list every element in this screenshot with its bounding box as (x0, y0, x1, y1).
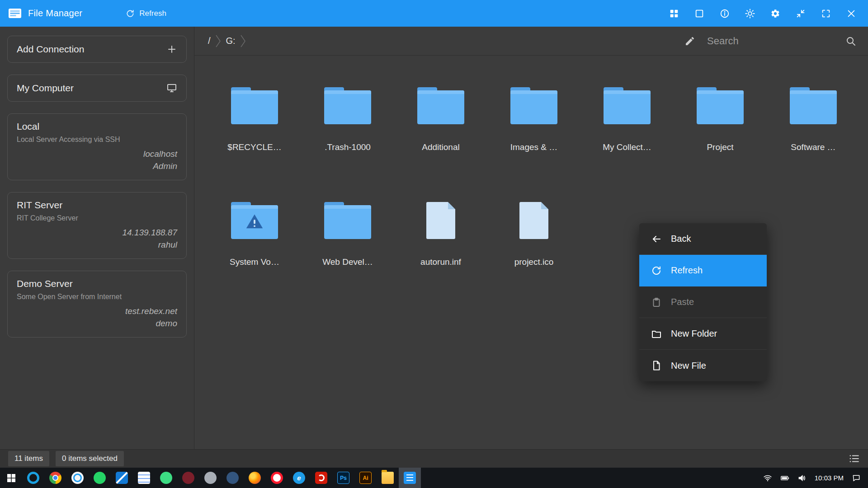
context-menu-new-folder[interactable]: New Folder (639, 318, 767, 350)
refresh-icon (126, 9, 135, 18)
taskbar-app-opera[interactable] (266, 468, 288, 488)
file-item[interactable]: .Trash-1000 (301, 87, 394, 152)
refresh-button[interactable]: Refresh (126, 9, 166, 18)
taskbar-app-photoshop[interactable]: Ps (332, 468, 354, 488)
list-view-icon[interactable] (848, 453, 860, 465)
folder-icon (604, 87, 651, 124)
file-item[interactable]: Additional (394, 87, 487, 152)
connection-card-demo-server[interactable]: Demo Server Some Open Server from Intern… (7, 271, 187, 338)
fullscreen-button[interactable] (821, 9, 831, 19)
opera-icon (271, 472, 283, 484)
pathbar: / G: (194, 27, 868, 56)
connection-card-local[interactable]: Local Local Server Accessing via SSH loc… (7, 113, 187, 180)
start-button[interactable] (0, 468, 22, 488)
firefox-icon (249, 472, 261, 484)
main-panel: / G: $RECYCLE… .Trash-1000 (194, 27, 868, 449)
folder-icon (697, 87, 744, 124)
content-area: Add Connection My Computer Local Local S… (0, 27, 868, 449)
file-item[interactable]: Images & … (487, 87, 580, 152)
file-item[interactable]: Project (674, 87, 767, 152)
topbar-actions (669, 9, 856, 19)
taskbar-app-notes[interactable] (133, 468, 155, 488)
menu-item-label: Refresh (671, 265, 703, 276)
search-input[interactable] (707, 35, 834, 47)
context-menu-new-file[interactable]: New File (639, 350, 767, 381)
taskbar-app-firefox[interactable] (244, 468, 266, 488)
my-computer-button[interactable]: My Computer (7, 75, 187, 102)
connection-description: RIT College Server (17, 214, 177, 222)
taskbar-app-file-explorer[interactable] (377, 468, 399, 488)
theme-toggle-button[interactable] (745, 9, 755, 19)
context-menu-back[interactable]: Back (639, 223, 767, 255)
taskbar-app-android[interactable] (155, 468, 177, 488)
info-button[interactable] (720, 9, 730, 19)
context-menu: Back Refresh Paste New Folder New File (639, 223, 767, 381)
file-outline-icon (651, 360, 662, 371)
context-menu-paste[interactable]: Paste (639, 286, 767, 318)
taskbar-app-chrome[interactable] (44, 468, 66, 488)
taskbar-app-cortana[interactable] (22, 468, 44, 488)
cortana-icon (27, 472, 39, 484)
info-icon (720, 9, 730, 19)
battery-icon[interactable] (780, 474, 789, 483)
refresh-icon (651, 265, 662, 276)
taskbar-app-messenger[interactable] (89, 468, 111, 488)
breadcrumb-root[interactable]: / (204, 36, 214, 46)
my-computer-label: My Computer (17, 83, 74, 94)
file-name: Images & … (510, 142, 558, 152)
connection-name: Local (17, 121, 177, 132)
path-tools (684, 35, 856, 47)
file-item[interactable]: Software … (767, 87, 860, 152)
folder-icon (324, 202, 371, 239)
select-region-button[interactable] (694, 9, 704, 19)
volume-icon[interactable] (797, 474, 807, 483)
close-button[interactable] (846, 9, 856, 19)
connection-card-rit-server[interactable]: RIT Server RIT College Server 14.139.188… (7, 192, 187, 259)
taskbar-app-gray[interactable] (199, 468, 222, 488)
menu-item-label: New Folder (671, 328, 717, 339)
collapse-button[interactable] (796, 9, 806, 19)
file-explorer-icon (382, 472, 394, 484)
fullscreen-icon (821, 9, 831, 19)
taskbar-app-darkblue[interactable] (222, 468, 244, 488)
file-item[interactable]: My Collect… (580, 87, 674, 152)
file-item[interactable]: $RECYCLE… (208, 87, 301, 152)
file-item[interactable]: project.ico (487, 202, 580, 267)
file-name: $RECYCLE… (227, 142, 281, 152)
taskbar-app-acrobat[interactable] (310, 468, 332, 488)
add-connection-button[interactable]: Add Connection (7, 36, 187, 63)
file-manager-window: File Manager Refresh Add Connection My C… (0, 0, 868, 488)
apps-grid-button[interactable] (669, 9, 679, 19)
connection-description: Some Open Server from Internet (17, 293, 177, 301)
connection-details: test.rebex.net demo (17, 305, 177, 330)
gray-app-icon (204, 472, 217, 484)
taskbar-app-file-manager[interactable] (399, 468, 421, 488)
taskbar-app-safari[interactable] (66, 468, 89, 488)
vscode-icon (116, 472, 128, 484)
chevron-right-icon (214, 34, 222, 48)
file-name: Software … (791, 142, 835, 152)
connection-name: RIT Server (17, 200, 177, 211)
edit-path-button[interactable] (684, 36, 695, 47)
chrome-icon (49, 472, 61, 484)
file-item[interactable]: autorun.inf (394, 202, 487, 267)
taskbar-app-internet-explorer[interactable]: e (288, 468, 310, 488)
wifi-icon[interactable] (763, 474, 772, 483)
taskbar-app-vscode[interactable] (111, 468, 133, 488)
context-menu-refresh[interactable]: Refresh (639, 255, 767, 286)
connection-details: 14.139.188.87 rahul (17, 227, 177, 251)
plus-icon (166, 44, 177, 55)
file-item[interactable]: System Vo… (208, 202, 301, 267)
settings-button[interactable] (770, 9, 780, 19)
file-item[interactable]: Web Devel… (301, 202, 394, 267)
action-center-icon[interactable] (852, 474, 861, 483)
clock[interactable]: 10:03 PM (815, 474, 844, 482)
arrow-left-icon (651, 234, 662, 244)
monitor-icon (166, 83, 177, 94)
taskbar-app-maroon[interactable] (177, 468, 199, 488)
sidebar: Add Connection My Computer Local Local S… (0, 27, 194, 449)
search-icon[interactable] (845, 36, 856, 47)
breadcrumb-drive[interactable]: G: (222, 36, 239, 46)
taskbar-app-illustrator[interactable]: Ai (354, 468, 377, 488)
clipboard-icon (651, 297, 662, 308)
